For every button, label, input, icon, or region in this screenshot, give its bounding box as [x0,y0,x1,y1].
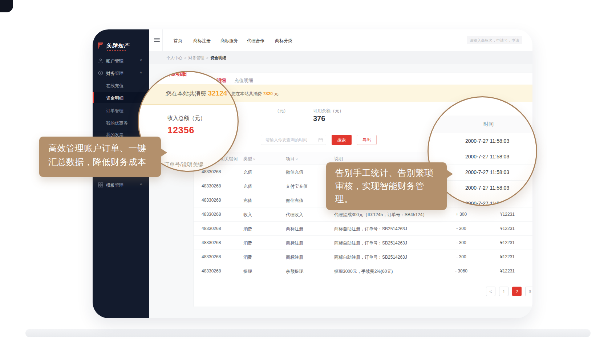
top-navigation: 首页商标注册商标服务代理合作商标分类 [149,29,532,51]
sidebar-item-账户管理[interactable]: 账户管理∨ [93,55,149,66]
expense-unit-label: （元） [275,108,288,114]
cell-desc: 提现3000元，手续费2%(60元) [334,268,393,275]
magnified-banner-text: 您在本站共消费 32124 [166,89,227,98]
date-query-input[interactable] [261,135,326,145]
cell-amount: - 3060 [447,268,476,274]
screenshot-stage: 头牌知产 账户管理∨财务管理∧在线充值资金明细订单管理我的优惠券我的发票模板管理… [0,0,616,364]
callout-left-line: 高效管理账户订单、一键 [48,142,146,154]
magnified-time-value: 2000-7-27 11:58:03 [465,138,509,144]
template-icon [98,182,103,187]
laptop-base [25,329,591,337]
cell-desc: 商标自助注册，订单号：SB2514263J [334,226,407,232]
sidebar-item-模板管理[interactable]: 模板管理∨ [93,179,149,190]
pagination-prev-button[interactable]: < [486,287,495,296]
nav-link-0[interactable]: 首页 [174,38,182,44]
cell-project: 商标注册 [286,240,303,246]
cell-balance: ¥12231 [493,226,522,231]
export-button[interactable]: 导出 [357,135,377,145]
col-project-header[interactable]: 项目∨ [286,156,298,162]
consumption-banner-text: 您在本站共消费 7820 元 [231,91,278,97]
callout-right-line: 审核，实现智能财务管 [335,180,424,192]
breadcrumb: 个人中心>财务管理>资金明细 [166,55,226,61]
callout-left-line: 汇总数据，降低财务成本 [48,156,146,168]
callout-left: 高效管理账户订单、一键 汇总数据，降低财务成本 [39,137,161,177]
magnified-time-value: 2000-7-27 11:58:03 [465,185,509,191]
row-separator [429,149,537,149]
tab-recharge-detail[interactable]: 充值明细 [234,77,253,84]
cell-type: 消费 [243,240,252,246]
cell-order: 48330268 [202,212,221,217]
cell-order: 48330268 [202,226,221,231]
sidebar-item-label: 财务管理 [106,70,123,77]
sidebar-item-资金明细[interactable]: 资金明细 [93,92,149,103]
chevron-up-icon: ∧ [139,71,142,74]
search-button[interactable]: 搜索 [332,135,352,145]
cell-project: 支付宝充值 [286,183,308,190]
magnified-order-col-header: 订单号/说明关键 [164,161,203,168]
col-type-header[interactable]: 类型∨ [243,156,255,162]
cell-amount: - 300 [447,240,476,245]
sidebar-item-财务管理[interactable]: 财务管理∧ [93,68,149,78]
sidebar-item-label: 资金明细 [106,95,123,101]
cell-project: 代理收入 [286,212,303,218]
cell-desc: 代理提成300元（ID:1245，订单号：SB45124） [334,212,427,218]
nav-link-4[interactable]: 商标分类 [275,38,292,44]
brand-flag-icon [97,42,104,49]
trademark-search-input[interactable] [467,36,522,44]
nav-link-1[interactable]: 商标注册 [193,38,211,44]
logo-text: 头牌知产 [106,43,129,49]
chevron-down-icon: ∨ [139,183,142,186]
calendar-icon[interactable] [319,138,323,142]
corner-decoration [0,0,13,12]
cell-desc: 商标自助注册，订单号：SB2514263J [334,254,407,260]
magnified-consumption-amount: 32124 [208,89,227,97]
callout-right-line: 理。 [335,193,353,205]
breadcrumb-item[interactable]: 财务管理 [188,56,204,60]
nav-link-2[interactable]: 商标服务 [220,38,238,44]
cell-project: 商标注册 [286,254,303,260]
cell-order: 48330268 [202,240,221,245]
cell-project: 微信充值 [286,169,303,175]
cell-project: 余额提现 [286,268,303,275]
magnified-time-value: 2000-7-27 11:58:03 [465,154,509,159]
chevron-down-icon: ∨ [139,58,142,62]
cell-order: 48330268 [202,198,221,203]
callout-left-pointer [161,148,167,157]
nav-link-3[interactable]: 代理合作 [247,38,264,44]
sidebar-item-在线充值[interactable]: 在线充值 [93,80,149,91]
sidebar-item-label: 账户管理 [106,58,123,64]
table-row: 48330268提现余额提现提现3000元，手续费2%(60元)- 3060¥1… [194,264,532,278]
cell-type: 充值 [243,198,252,204]
sidebar-item-label: 模板管理 [106,182,123,189]
pagination-page-1[interactable]: 1 [499,287,508,296]
cell-order: 48330268 [202,254,221,259]
balance-value: 376 [313,114,325,123]
pagination-page-2[interactable]: 2 [512,287,522,296]
breadcrumb-current: 资金明细 [210,56,226,60]
cell-balance: ¥12231 [493,254,522,259]
cell-type: 充值 [243,183,252,190]
pagination-page-3[interactable]: 3 [525,287,532,296]
sidebar-item-label: 我的优惠券 [106,120,128,126]
magnified-time-header: 时间 [483,121,494,128]
balance-label: 可用余额（元） [313,108,344,114]
cell-type: 提现 [243,268,252,275]
callout-right-line: 告别手工统计、告别繁琐 [335,167,433,179]
finance-icon [98,70,103,76]
cell-type: 收入 [243,212,252,218]
table-row: 48330268消费商标注册商标自助注册，订单号：SB2514263J- 300… [194,250,532,264]
magnified-time-value: 2000-7-27 11:58:03 [465,169,509,175]
callout-right-pointer [446,170,453,178]
table-row: 48330268消费商标注册商标自助注册，订单号：SB2514263J- 300… [194,235,532,250]
cell-amount: - 300 [447,254,476,259]
cell-amount: + 300 [447,212,476,217]
cell-type: 充值 [243,169,252,175]
cell-type: 消费 [243,226,252,232]
logo-subtext [107,50,126,51]
callout-right: 告别手工统计、告别繁琐 审核，实现智能财务管 理。 [326,162,447,210]
menu-icon[interactable] [154,38,160,43]
breadcrumb-item[interactable]: 个人中心 [166,56,182,60]
income-label: 收入总额（元） [167,115,206,122]
col-desc-header: 说明 [334,156,343,162]
sort-caret-icon: ∨ [295,158,298,161]
